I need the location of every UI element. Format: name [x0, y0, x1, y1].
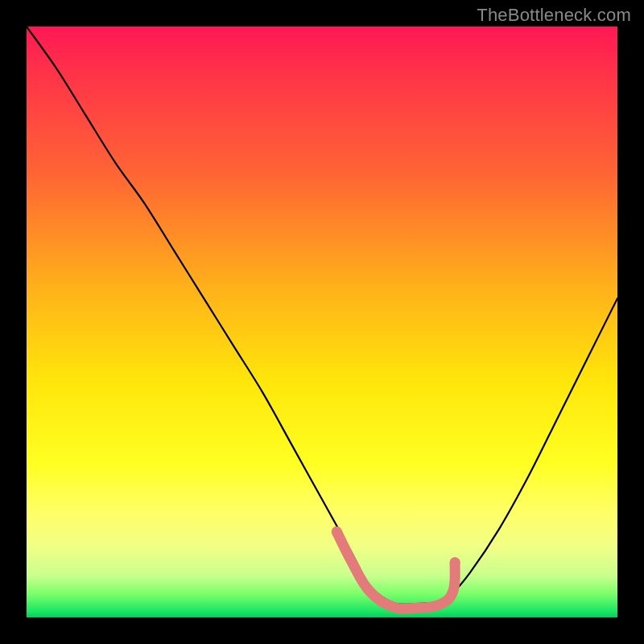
highlight-endpoint-left	[332, 526, 342, 537]
chart-plot-area	[27, 27, 617, 617]
bottleneck-curve	[27, 27, 617, 605]
chart-svg	[27, 27, 617, 617]
highlight-band	[336, 532, 455, 609]
watermark-text: TheBottleneck.com	[477, 5, 631, 26]
highlight-endpoint-right	[450, 557, 460, 568]
chart-frame: TheBottleneck.com	[0, 0, 644, 644]
